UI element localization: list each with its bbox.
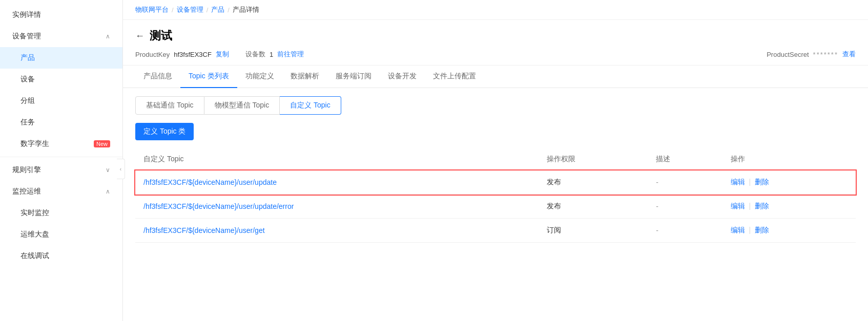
- table-row: /hf3fsfEX3CF/${deviceName}/user/get 订阅 -…: [135, 219, 856, 243]
- define-topic-button[interactable]: 定义 Topic 类: [135, 123, 194, 140]
- sidebar-item-label: 实例详情: [12, 10, 41, 19]
- view-secret-button[interactable]: 查看: [842, 50, 856, 59]
- product-secret-meta: ProductSecret ******* 查看: [767, 50, 856, 59]
- new-badge: New: [94, 140, 110, 147]
- sidebar-item-label: 产品: [20, 53, 35, 62]
- back-button[interactable]: ←: [135, 31, 144, 41]
- sidebar-item-digital-twin[interactable]: 数字孪生 New: [0, 133, 122, 155]
- main-tabs: 产品信息 Topic 类列表 功能定义 数据解析 服务端订阅 设备开发 文件上传…: [123, 66, 868, 88]
- topic-value: /hf3fsfEX3CF/${deviceName}/user/update: [135, 170, 539, 195]
- action-bar: 定义 Topic 类: [123, 115, 868, 148]
- main-content: 物联网平台 / 设备管理 / 产品 / 产品详情 ← 测试 ProductKey…: [123, 0, 868, 321]
- tab-product-info[interactable]: 产品信息: [135, 66, 180, 88]
- product-key-value: hf3fsfEX3CF: [174, 51, 212, 58]
- action-cell: 编辑 | 删除: [722, 195, 856, 219]
- sub-tabs: 基础通信 Topic 物模型通信 Topic 自定义 Topic: [123, 88, 868, 115]
- product-secret-value: *******: [813, 51, 838, 58]
- delete-button-row1[interactable]: 删除: [755, 178, 769, 187]
- breadcrumb-product-detail: 产品详情: [233, 5, 259, 14]
- permission-value: 发布: [539, 170, 648, 195]
- sidebar-item-label: 规则引擎: [12, 165, 41, 175]
- breadcrumb-sep-2: /: [206, 6, 209, 14]
- col-permission: 操作权限: [539, 148, 648, 170]
- edit-button-row1[interactable]: 编辑: [731, 178, 745, 187]
- col-custom-topic: 自定义 Topic: [135, 148, 539, 170]
- sidebar-collapse-button[interactable]: ‹: [117, 159, 125, 179]
- sidebar-item-label: 在线调试: [20, 251, 49, 261]
- tab-data-analysis[interactable]: 数据解析: [282, 66, 327, 88]
- sub-tab-custom-topic[interactable]: 自定义 Topic: [280, 96, 341, 115]
- sidebar-item-ops-dashboard[interactable]: 运维大盘: [0, 224, 122, 245]
- table-row: /hf3fsfEX3CF/${deviceName}/user/update 发…: [135, 170, 856, 195]
- topic-value: /hf3fsfEX3CF/${deviceName}/user/update/e…: [135, 195, 539, 219]
- product-key-label: ProductKey: [135, 51, 170, 58]
- sidebar-item-label: 设备管理: [12, 32, 41, 41]
- topic-table: 自定义 Topic 操作权限 描述 操作 /hf3fsfEX3CF/${devi…: [135, 148, 856, 243]
- action-sep-row3: |: [749, 226, 751, 235]
- edit-button-row2[interactable]: 编辑: [731, 202, 745, 211]
- device-count-value: 1: [270, 51, 273, 58]
- sidebar-item-online-debug[interactable]: 在线调试: [0, 245, 122, 267]
- sub-tab-basic-topic[interactable]: 基础通信 Topic: [135, 96, 204, 115]
- sidebar-item-label: 设备: [20, 75, 35, 84]
- edit-button-row3[interactable]: 编辑: [731, 226, 745, 235]
- sidebar-item-product[interactable]: 产品: [0, 47, 122, 69]
- col-description: 描述: [648, 148, 722, 170]
- sidebar-item-label: 实时监控: [20, 208, 49, 218]
- table-row: /hf3fsfEX3CF/${deviceName}/user/update/e…: [135, 195, 856, 219]
- delete-button-row3[interactable]: 删除: [755, 226, 769, 235]
- sidebar-item-instance-detail[interactable]: 实例详情: [0, 4, 122, 26]
- breadcrumb-sep-3: /: [228, 6, 230, 14]
- table-container: 自定义 Topic 操作权限 描述 操作 /hf3fsfEX3CF/${devi…: [123, 148, 868, 321]
- breadcrumb-iot-platform[interactable]: 物联网平台: [135, 5, 169, 14]
- copy-button[interactable]: 复制: [216, 50, 229, 59]
- chevron-up-icon: ∧: [106, 33, 110, 40]
- sidebar-item-label: 分组: [20, 96, 35, 105]
- table-header-row: 自定义 Topic 操作权限 描述 操作: [135, 148, 856, 170]
- sidebar-item-monitor-ops[interactable]: 监控运维 ∧: [0, 181, 122, 202]
- action-sep-row1: |: [749, 178, 751, 187]
- breadcrumb: 物联网平台 / 设备管理 / 产品 / 产品详情: [123, 0, 868, 20]
- sidebar-divider: [0, 157, 122, 157]
- page-title: 测试: [150, 28, 172, 44]
- page-header: ← 测试 ProductKey hf3fsfEX3CF 复制 设备数 1 前往管…: [123, 20, 868, 66]
- device-count-meta: 设备数 1 前往管理: [245, 50, 304, 59]
- breadcrumb-product[interactable]: 产品: [211, 5, 224, 14]
- description-value: -: [648, 170, 722, 195]
- action-cell: 编辑 | 删除: [722, 219, 856, 243]
- col-action: 操作: [722, 148, 856, 170]
- sidebar-item-rule-engine[interactable]: 规则引擎 ∨: [0, 159, 122, 181]
- action-cell: 编辑 | 删除: [722, 170, 856, 195]
- tab-topic-list[interactable]: Topic 类列表: [180, 66, 237, 88]
- goto-manage-button[interactable]: 前往管理: [277, 50, 304, 59]
- action-sep-row2: |: [749, 202, 751, 211]
- delete-button-row2[interactable]: 删除: [755, 202, 769, 211]
- tab-file-upload[interactable]: 文件上传配置: [425, 66, 484, 88]
- sidebar: 实例详情 设备管理 ∧ 产品 设备 分组 任务 数字孪生 New 规则引擎 ∨ …: [0, 0, 123, 321]
- tab-device-dev[interactable]: 设备开发: [380, 66, 425, 88]
- product-key-meta: ProductKey hf3fsfEX3CF 复制: [135, 50, 229, 59]
- sub-tab-model-topic[interactable]: 物模型通信 Topic: [204, 96, 280, 115]
- product-secret-label: ProductSecret: [767, 51, 809, 58]
- sidebar-item-realtime-monitor[interactable]: 实时监控: [0, 202, 122, 224]
- sidebar-item-group[interactable]: 分组: [0, 90, 122, 112]
- chevron-down-icon: ∨: [106, 166, 110, 174]
- tab-server-subscribe[interactable]: 服务端订阅: [327, 66, 380, 88]
- breadcrumb-device-management[interactable]: 设备管理: [177, 5, 203, 14]
- sidebar-item-label: 数字孪生: [20, 139, 49, 148]
- permission-value: 发布: [539, 195, 648, 219]
- description-value: -: [648, 219, 722, 243]
- sidebar-item-device[interactable]: 设备: [0, 69, 122, 90]
- breadcrumb-sep-1: /: [172, 6, 174, 14]
- topic-value: /hf3fsfEX3CF/${deviceName}/user/get: [135, 219, 539, 243]
- device-count-label: 设备数: [245, 50, 265, 59]
- permission-value: 订阅: [539, 219, 648, 243]
- tab-function-def[interactable]: 功能定义: [237, 66, 282, 88]
- sidebar-item-label: 运维大盘: [20, 230, 49, 239]
- sidebar-item-label: 监控运维: [12, 187, 41, 196]
- description-value: -: [648, 195, 722, 219]
- sidebar-item-label: 任务: [20, 118, 35, 127]
- sidebar-item-task[interactable]: 任务: [0, 112, 122, 133]
- sidebar-item-device-management[interactable]: 设备管理 ∧: [0, 26, 122, 47]
- chevron-up-icon: ∧: [106, 188, 110, 195]
